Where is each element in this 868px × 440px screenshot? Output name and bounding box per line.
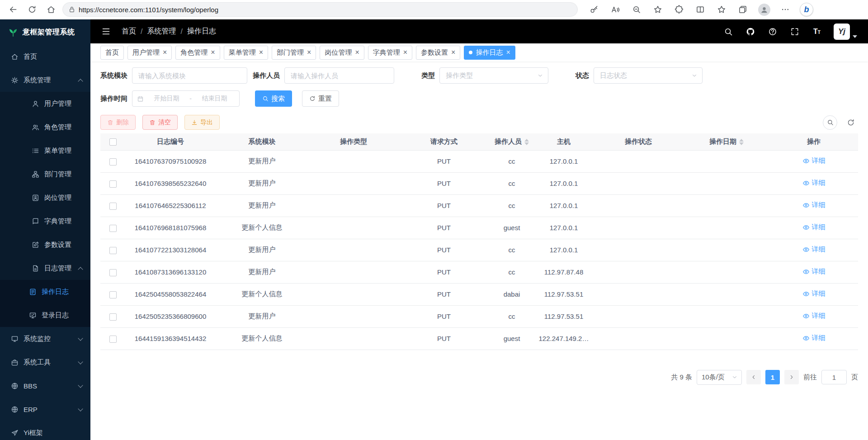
tab-菜单管理[interactable]: 菜单管理×: [224, 46, 268, 60]
github-icon[interactable]: [745, 27, 755, 37]
tab-用户管理[interactable]: 用户管理×: [127, 46, 172, 60]
detail-link[interactable]: 详细: [802, 267, 826, 276]
detail-link[interactable]: 详细: [802, 245, 826, 254]
row-checkbox[interactable]: [109, 269, 117, 276]
reset-button[interactable]: 重置: [302, 90, 339, 107]
tab-首页[interactable]: 首页: [100, 46, 124, 60]
row-checkbox[interactable]: [109, 225, 117, 232]
delete-button[interactable]: 删除: [100, 115, 136, 130]
extensions-icon[interactable]: [671, 2, 687, 17]
favorite-add-star-icon[interactable]: [650, 2, 666, 17]
tab-参数设置[interactable]: 参数设置×: [416, 46, 460, 60]
clear-button[interactable]: 清空: [142, 115, 178, 130]
detail-link[interactable]: 详细: [802, 156, 826, 165]
app-logo[interactable]: 意框架管理系统: [0, 19, 90, 45]
sidebar-item-首页[interactable]: 首页: [0, 45, 90, 68]
detail-link[interactable]: 详细: [802, 289, 826, 298]
sort-caret-icon[interactable]: [739, 139, 744, 145]
user-menu[interactable]: Yj: [834, 24, 857, 40]
tab-操作日志[interactable]: 操作日志×: [464, 46, 515, 60]
sidebar-item-角色管理[interactable]: 角色管理: [0, 115, 90, 139]
tab-岗位管理[interactable]: 岗位管理×: [320, 46, 364, 60]
next-page-button[interactable]: [784, 370, 799, 384]
key-icon[interactable]: [586, 2, 602, 17]
detail-link[interactable]: 详细: [802, 334, 826, 342]
sidebar-item-岗位管理[interactable]: 岗位管理: [0, 186, 90, 209]
more-icon[interactable]: [777, 2, 793, 17]
sidebar-item-用户管理[interactable]: 用户管理: [0, 92, 90, 115]
detail-link[interactable]: 详细: [802, 223, 826, 232]
sidebar-item-操作日志[interactable]: 操作日志: [0, 280, 90, 303]
status-select[interactable]: 日志状态: [594, 67, 703, 84]
detail-link[interactable]: 详细: [802, 201, 826, 209]
sidebar-item-Yi框架[interactable]: Yi框架: [0, 421, 90, 440]
refresh-table-button[interactable]: [844, 115, 858, 130]
profile-avatar-icon[interactable]: [756, 2, 772, 17]
page-number-1[interactable]: 1: [765, 370, 780, 384]
module-input[interactable]: [132, 67, 247, 84]
sidebar-item-部门管理[interactable]: 部门管理: [0, 162, 90, 186]
favorites-star-icon[interactable]: [713, 2, 730, 17]
sidebar-item-系统工具[interactable]: 系统工具: [0, 350, 90, 374]
font-size-icon[interactable]: TT: [812, 27, 822, 37]
site-info-lock-icon[interactable]: [68, 6, 75, 13]
tab-角色管理[interactable]: 角色管理×: [175, 46, 220, 60]
export-button[interactable]: 导出: [184, 115, 220, 130]
search-icon[interactable]: [723, 27, 733, 37]
sidebar-item-ERP[interactable]: ERP: [0, 397, 90, 421]
tab-close-icon[interactable]: ×: [163, 49, 167, 56]
operator-input[interactable]: [284, 67, 394, 84]
browser-reload-icon[interactable]: [24, 2, 40, 17]
row-checkbox[interactable]: [109, 313, 117, 321]
tab-close-icon[interactable]: ×: [259, 49, 263, 56]
breadcrumb-item-2[interactable]: 系统管理: [147, 27, 176, 36]
column-header-操作人员[interactable]: 操作人员: [489, 133, 534, 150]
browser-home-icon[interactable]: [43, 2, 59, 17]
goto-page-input[interactable]: [821, 370, 847, 384]
detail-link[interactable]: 详细: [802, 179, 826, 187]
date-range-picker[interactable]: 开始日期 - 结束日期: [132, 90, 240, 107]
split-screen-icon[interactable]: [692, 2, 708, 17]
toggle-search-button[interactable]: [823, 115, 837, 130]
row-checkbox[interactable]: [109, 203, 117, 210]
search-button[interactable]: 搜索: [255, 90, 292, 107]
tab-字典管理[interactable]: 字典管理×: [368, 46, 412, 60]
sidebar-item-系统管理[interactable]: 系统管理: [0, 68, 90, 92]
sidebar-item-登录日志[interactable]: 登录日志: [0, 303, 90, 327]
collections-icon[interactable]: [735, 2, 751, 17]
tab-close-icon[interactable]: ×: [307, 49, 311, 56]
copilot-icon[interactable]: b: [798, 2, 815, 17]
select-all-checkbox[interactable]: [109, 138, 117, 146]
question-icon[interactable]: [768, 27, 778, 37]
row-checkbox[interactable]: [109, 336, 117, 343]
row-checkbox[interactable]: [109, 247, 117, 254]
row-checkbox[interactable]: [109, 180, 117, 188]
tab-close-icon[interactable]: ×: [506, 49, 510, 56]
address-bar[interactable]: https://ccnetcore.com:1101/system/log/op…: [62, 2, 578, 17]
sidebar-item-系统监控[interactable]: 系统监控: [0, 327, 90, 350]
prev-page-button[interactable]: [746, 370, 761, 384]
type-select[interactable]: 操作类型: [439, 67, 548, 84]
sidebar-item-日志管理[interactable]: 日志管理: [0, 256, 90, 280]
sort-caret-icon[interactable]: [524, 139, 529, 145]
zoom-out-icon[interactable]: [628, 2, 645, 17]
read-aloud-icon[interactable]: [607, 2, 623, 17]
tab-close-icon[interactable]: ×: [211, 49, 215, 56]
sidebar-item-字典管理[interactable]: 字典管理: [0, 209, 90, 233]
tab-部门管理[interactable]: 部门管理×: [272, 46, 316, 60]
sidebar-item-菜单管理[interactable]: 菜单管理: [0, 139, 90, 162]
page-size-select[interactable]: 10条/页: [697, 370, 742, 385]
detail-link[interactable]: 详细: [802, 312, 826, 320]
browser-back-icon[interactable]: [5, 2, 21, 17]
column-header-操作日期[interactable]: 操作日期: [684, 133, 769, 150]
tab-close-icon[interactable]: ×: [355, 49, 359, 56]
row-checkbox[interactable]: [109, 158, 117, 166]
tab-close-icon[interactable]: ×: [403, 49, 407, 56]
collapse-sidebar-icon[interactable]: [101, 27, 111, 36]
row-checkbox[interactable]: [109, 291, 117, 298]
sidebar-item-BBS[interactable]: BBS: [0, 374, 90, 397]
sidebar-item-参数设置[interactable]: 参数设置: [0, 233, 90, 256]
breadcrumb-item-1[interactable]: 首页: [122, 27, 136, 36]
fullscreen-icon[interactable]: [790, 27, 800, 37]
tab-close-icon[interactable]: ×: [451, 49, 455, 56]
